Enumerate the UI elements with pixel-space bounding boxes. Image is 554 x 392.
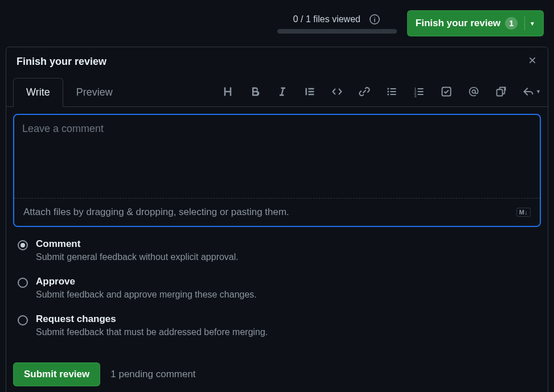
submit-review-button[interactable]: Submit review <box>13 362 100 386</box>
files-viewed-progress <box>277 29 397 34</box>
caret-down-icon: ▼ <box>530 20 535 27</box>
finish-review-count: 1 <box>505 17 518 30</box>
italic-icon[interactable] <box>276 85 289 98</box>
finish-review-label: Finish your review <box>416 18 500 29</box>
bold-icon[interactable] <box>249 85 261 98</box>
svg-point-15 <box>472 90 475 93</box>
option-desc: Submit general feedback without explicit… <box>36 252 239 262</box>
svg-rect-13 <box>418 94 424 95</box>
svg-rect-7 <box>391 94 396 95</box>
quote-icon[interactable] <box>303 85 316 98</box>
ordered-list-icon[interactable]: 123 <box>413 85 425 98</box>
option-title: Request changes <box>36 313 268 325</box>
comment-box: Attach files by dragging & dropping, sel… <box>13 114 541 227</box>
saved-replies-icon[interactable] <box>522 85 535 98</box>
link-icon[interactable] <box>358 85 371 98</box>
caret-down-icon: ▼ <box>536 89 541 94</box>
svg-rect-12 <box>418 91 424 92</box>
option-desc: Submit feedback that must be addressed b… <box>36 327 268 337</box>
close-icon[interactable] <box>527 55 537 68</box>
files-viewed-text: 0 / 1 files viewed <box>293 14 360 24</box>
pending-comment-text: 1 pending comment <box>110 369 195 380</box>
svg-rect-6 <box>391 91 396 92</box>
panel-title: Finish your review <box>17 56 106 68</box>
attach-hint[interactable]: Attach files by dragging & dropping, sel… <box>23 207 289 218</box>
svg-point-1 <box>374 17 375 18</box>
svg-rect-5 <box>391 88 396 89</box>
files-viewed-indicator: 0 / 1 files viewed <box>277 13 397 34</box>
tab-preview[interactable]: Preview <box>63 78 126 107</box>
mention-icon[interactable] <box>467 85 480 98</box>
option-desc: Submit feedback and approve merging thes… <box>36 290 257 300</box>
radio-request-changes[interactable] <box>18 315 28 325</box>
finish-review-button[interactable]: Finish your review 1 ▼ <box>407 10 544 36</box>
review-option-comment[interactable]: Comment Submit general feedback without … <box>15 233 539 270</box>
radio-approve[interactable] <box>18 278 28 288</box>
review-panel: Finish your review Write Preview 123 ▼ <box>6 47 548 392</box>
option-title: Approve <box>36 276 257 287</box>
finish-review-separator <box>524 16 525 30</box>
cross-reference-icon[interactable] <box>495 85 507 98</box>
heading-icon[interactable] <box>221 85 234 98</box>
svg-point-2 <box>387 88 389 89</box>
svg-point-3 <box>387 90 389 92</box>
unordered-list-icon[interactable] <box>385 85 398 98</box>
svg-rect-11 <box>418 88 424 89</box>
svg-rect-16 <box>497 89 503 96</box>
svg-point-4 <box>387 93 389 95</box>
tab-write[interactable]: Write <box>13 78 63 107</box>
radio-comment[interactable] <box>18 240 28 250</box>
option-title: Comment <box>36 238 239 250</box>
info-icon[interactable] <box>368 13 381 26</box>
comment-textarea[interactable] <box>14 115 540 196</box>
task-list-icon[interactable] <box>440 85 453 98</box>
code-icon[interactable] <box>331 85 343 98</box>
review-option-approve[interactable]: Approve Submit feedback and approve merg… <box>15 270 539 308</box>
formatting-toolbar: 123 ▼ <box>221 85 541 98</box>
review-option-request-changes[interactable]: Request changes Submit feedback that mus… <box>15 308 539 345</box>
markdown-icon[interactable]: M↓ <box>516 208 531 217</box>
svg-text:3: 3 <box>414 93 416 97</box>
